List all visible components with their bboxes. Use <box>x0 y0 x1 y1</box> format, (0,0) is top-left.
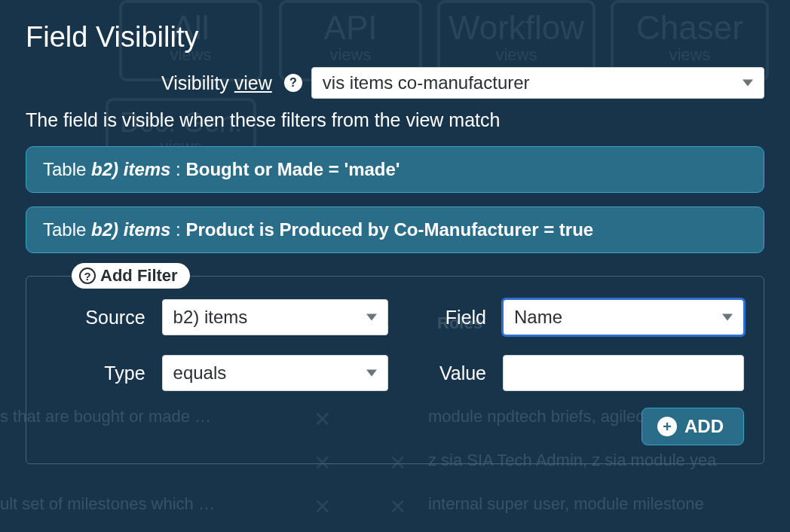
filter-rule-2[interactable]: Table b2) items : Product is Produced by… <box>26 206 764 253</box>
field-visibility-panel: Field Visibility Visibility view ? vis i… <box>0 0 790 485</box>
type-select[interactable]: equals <box>162 355 388 391</box>
help-icon[interactable]: ? <box>79 268 96 284</box>
type-label: Type <box>46 362 150 384</box>
add-button[interactable]: + ADD <box>641 408 744 445</box>
visibility-view-row: Visibility view ? vis items co-manufactu… <box>26 67 764 99</box>
add-filter-group: ? Add Filter Source b2) items Field Name… <box>26 276 764 464</box>
help-icon[interactable]: ? <box>284 74 302 92</box>
visibility-view-selected: vis items co-manufacturer <box>323 72 530 93</box>
field-select[interactable]: Name <box>503 299 744 335</box>
filter-rule-1[interactable]: Table b2) items : Bought or Made = 'made… <box>26 146 764 193</box>
value-input[interactable] <box>503 355 744 391</box>
value-label: Value <box>400 362 491 384</box>
source-select[interactable]: b2) items <box>162 299 388 335</box>
chevron-down-icon <box>366 314 377 321</box>
chevron-down-icon <box>722 314 733 321</box>
plus-icon: + <box>657 417 677 436</box>
page-title: Field Visibility <box>26 21 764 54</box>
source-label: Source <box>46 307 150 329</box>
filters-description: The field is visible when these filters … <box>26 109 764 131</box>
chevron-down-icon <box>743 80 753 87</box>
add-filter-legend: ? Add Filter <box>72 263 190 289</box>
visibility-view-label: Visibility view <box>161 72 272 94</box>
visibility-view-select[interactable]: vis items co-manufacturer <box>311 67 764 99</box>
chevron-down-icon <box>366 370 377 377</box>
field-label: Field <box>400 307 491 329</box>
